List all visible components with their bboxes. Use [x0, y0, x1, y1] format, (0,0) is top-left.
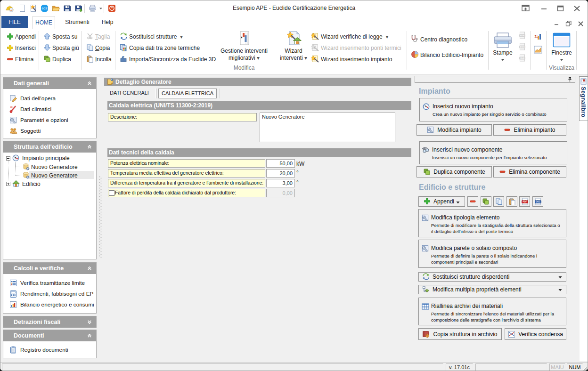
svg-text:XLS: XLS	[520, 57, 524, 59]
svg-text:DOC: DOC	[536, 201, 541, 203]
svg-text:Σ: Σ	[534, 33, 538, 39]
svg-text:DOC: DOC	[520, 46, 525, 48]
svg-text:PDF: PDF	[520, 34, 524, 37]
svg-text:PDF: PDF	[523, 201, 527, 203]
